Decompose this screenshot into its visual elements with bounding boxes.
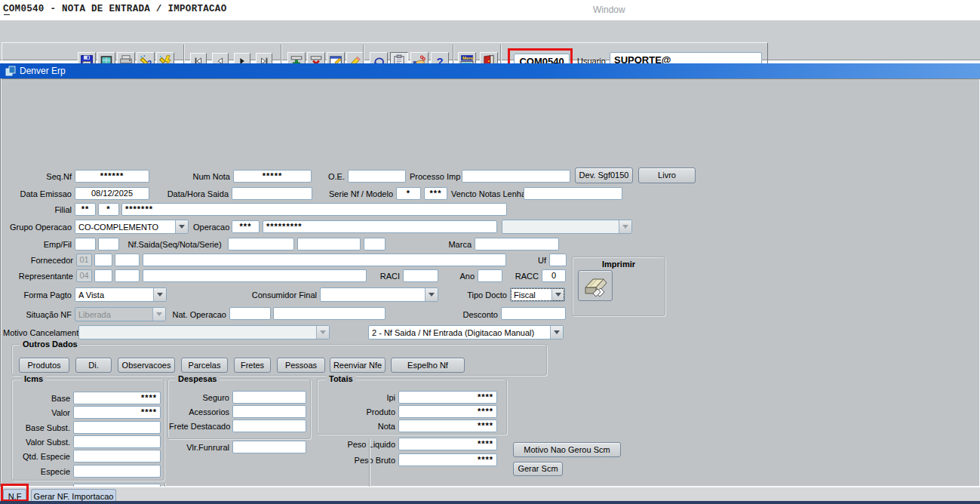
representante-cod1-field[interactable]: [94, 269, 112, 282]
tipo-docto-dropdown[interactable]: Fiscal: [510, 287, 565, 302]
tab-strip: N.F Gerar NF. Importacao: [0, 487, 980, 502]
motivo-nao-gerou-scm-button[interactable]: Motivo Nao Gerou Scm: [513, 442, 621, 457]
produto-field[interactable]: ****: [398, 405, 497, 418]
serie-field[interactable]: *: [396, 187, 421, 200]
chevron-down-icon: [152, 308, 165, 321]
fornecedor-cod2-field[interactable]: [115, 254, 140, 266]
grupo-operacao-dropdown[interactable]: CO-COMPLEMENTO: [75, 220, 189, 234]
fornecedor-label: Fornecedor: [28, 256, 73, 265]
data-emissao-field[interactable]: 08/12/2025: [75, 187, 149, 200]
acessorios-field[interactable]: [232, 405, 306, 418]
representante-nome-field[interactable]: [143, 269, 367, 282]
menu-item-window[interactable]: Window: [593, 5, 625, 15]
nf-saida-seq-field[interactable]: [228, 238, 294, 250]
vencto-notas-lenha-field[interactable]: [524, 187, 622, 200]
racc-field[interactable]: 0: [542, 269, 566, 282]
dev-sgf0150-button[interactable]: Dev. Sgf0150: [575, 167, 633, 183]
filial-nome-field[interactable]: *******: [121, 203, 507, 216]
forma-pagto-dropdown[interactable]: A Vista: [75, 287, 167, 302]
uf-field[interactable]: [549, 254, 567, 266]
motivo-cancelamento-label: Motivo Cancelamento: [3, 328, 75, 337]
filial-empresa-field[interactable]: **: [75, 203, 96, 216]
peso-liquido-field[interactable]: ****: [398, 438, 497, 450]
toolbar: ?: [0, 20, 980, 60]
emp-field[interactable]: [75, 238, 96, 250]
fornecedor-nome-field[interactable]: [143, 254, 506, 266]
app-title: Denver Erp: [20, 66, 66, 76]
chevron-down-icon[interactable]: [425, 288, 438, 301]
espelho-nf-button[interactable]: Espelho Nf: [391, 358, 465, 373]
chevron-down-icon: [316, 326, 329, 339]
nf-saida-nota-field[interactable]: [297, 238, 361, 250]
pessoas-button[interactable]: Pessoas: [277, 358, 325, 373]
seguro-field[interactable]: [232, 391, 306, 404]
desconto-field[interactable]: [501, 307, 566, 320]
oe-field[interactable]: [348, 170, 406, 183]
chevron-down-icon[interactable]: [175, 220, 188, 233]
chevron-down-icon[interactable]: [550, 326, 563, 339]
fornecedor-cod1-field[interactable]: [94, 254, 112, 266]
nota-field[interactable]: ****: [398, 419, 497, 432]
ano-label: Ano: [455, 272, 475, 281]
data-hora-saida-label: Data/Hora Saida: [161, 189, 229, 198]
di-button[interactable]: Di.: [75, 358, 112, 373]
ipi-label: Ipi: [332, 393, 395, 402]
raci-field[interactable]: [403, 269, 438, 282]
produto-label: Produto: [332, 407, 395, 416]
peso-bruto-field[interactable]: ****: [398, 453, 497, 466]
marca-field[interactable]: [475, 238, 559, 250]
modelo-field[interactable]: ***: [424, 187, 447, 200]
denver-erp-icon: [5, 66, 16, 76]
oe-label: O.E.: [313, 172, 345, 181]
valor-subst-field[interactable]: [73, 435, 161, 448]
filial-codigo-field[interactable]: *: [98, 203, 119, 216]
operacao-codigo-field[interactable]: ***: [232, 220, 260, 233]
num-nota-field[interactable]: *****: [233, 170, 312, 183]
processo-imp-field[interactable]: [462, 170, 570, 183]
situacao-nf-label: Situação NF: [21, 310, 72, 319]
chevron-down-icon[interactable]: [153, 288, 166, 301]
fretes-button[interactable]: Fretes: [234, 358, 271, 373]
representante-cod2-field[interactable]: [115, 269, 140, 282]
fil-field[interactable]: [98, 238, 119, 250]
gerar-scm-button[interactable]: Gerar Scm: [513, 462, 563, 476]
especie-field[interactable]: [73, 465, 161, 478]
vencto-notas-lenha-label: Vencto Notas Lenha: [451, 189, 521, 198]
qtd-especie-field[interactable]: [73, 450, 161, 463]
situacao-nf-dropdown: Liberada: [75, 307, 166, 321]
nf-saida-serie-field[interactable]: [364, 238, 386, 250]
seq-nf-field[interactable]: ******: [75, 170, 149, 183]
nat-operacao-desc-field[interactable]: [273, 307, 386, 320]
motivo-cancelamento-dropdown: [78, 325, 330, 340]
outros-dados-title: Outros Dados: [20, 340, 81, 349]
operacao-nome-field[interactable]: *********: [263, 220, 497, 233]
frete-destacado-label: Frete Destacado: [169, 422, 229, 431]
ano-field[interactable]: [478, 269, 502, 282]
operacao-extra-dropdown: [502, 220, 632, 234]
base-subst-label: Base Subst.: [8, 423, 70, 432]
icms-base-field[interactable]: ****: [73, 392, 161, 404]
despesas-title: Despesas: [175, 374, 220, 383]
base-subst-field[interactable]: [73, 421, 161, 434]
icms-valor-field[interactable]: ****: [73, 406, 161, 419]
imprimir-button[interactable]: [578, 270, 613, 301]
observacoes-button[interactable]: Observacoes: [118, 358, 175, 373]
data-emissao-label: Data Emissao: [15, 189, 72, 198]
marca-label: Marca: [440, 240, 472, 249]
ipi-field[interactable]: ****: [398, 391, 497, 404]
parcelas-button[interactable]: Parcelas: [181, 358, 228, 373]
vlr-funrural-field[interactable]: [232, 441, 306, 453]
frete-destacado-field[interactable]: [232, 419, 306, 432]
data-hora-saida-field[interactable]: [232, 187, 312, 200]
representante-tipo-field: 04: [76, 269, 92, 282]
consumidor-final-dropdown[interactable]: [320, 287, 438, 302]
produtos-button[interactable]: Produtos: [19, 358, 69, 373]
vlr-funrural-label: Vlr.Funrural: [181, 443, 229, 452]
tipo-entrada-dropdown[interactable]: 2 - Nf Saida / Nf Entrada (Digitacao Man…: [368, 325, 564, 340]
qtd-especie-label: Qtd. Especie: [8, 452, 70, 461]
livro-button[interactable]: Livro: [638, 167, 696, 183]
imprimir-title: Imprimir: [572, 260, 665, 269]
nat-operacao-cod-field[interactable]: [229, 307, 271, 320]
reenviar-nfe-button[interactable]: Reenviar Nfe: [330, 358, 386, 373]
chevron-down-icon[interactable]: [551, 288, 564, 301]
